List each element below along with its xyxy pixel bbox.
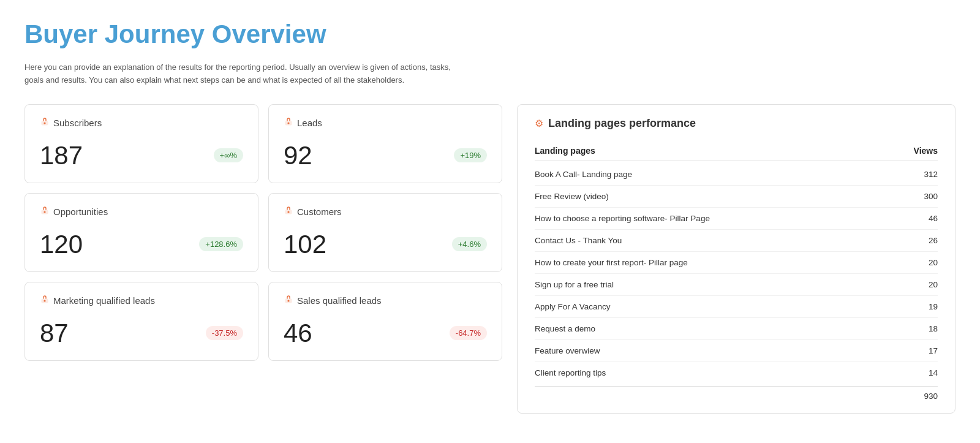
table-row: Apply For A Vacancy 19 [535, 296, 938, 318]
metric-card-leads: Leads 92 +19% [268, 104, 502, 183]
page-views: 312 [924, 170, 938, 179]
metric-body-mql: 87 -37.5% [40, 319, 243, 348]
page-views: 20 [929, 280, 938, 289]
table-row: How to create your first report- Pillar … [535, 252, 938, 274]
hubspot-icon-leads [284, 117, 293, 129]
metric-body-subscribers: 187 +∞% [40, 141, 243, 170]
metric-body-customers: 102 +4.6% [284, 230, 487, 259]
svg-point-2 [43, 211, 45, 213]
landing-pages-header: ⚙ Landing pages performance [535, 117, 938, 130]
page-views: 300 [924, 192, 938, 201]
table-row: Sign up for a free trial 20 [535, 274, 938, 296]
page-name: Apply For A Vacancy [535, 302, 611, 311]
metric-body-sql: 46 -64.7% [284, 319, 487, 348]
metric-badge-customers: +4.6% [452, 237, 487, 251]
metric-header: Customers [284, 206, 487, 218]
page-name: Sign up for a free trial [535, 280, 614, 289]
svg-point-0 [43, 122, 45, 124]
metric-value-sql: 46 [284, 319, 312, 348]
page-views: 17 [929, 346, 938, 355]
metric-card-sql: Sales qualified leads 46 -64.7% [268, 282, 502, 361]
page-views: 18 [929, 324, 938, 333]
table-row: How to choose a reporting software- Pill… [535, 208, 938, 230]
hubspot-icon-customers [284, 206, 293, 218]
metric-title-sql: Sales qualified leads [297, 295, 382, 306]
col-header-views: Views [914, 146, 938, 156]
metric-header: Opportunities [40, 206, 243, 218]
table-header: Landing pages Views [535, 141, 938, 161]
col-header-page: Landing pages [535, 146, 595, 156]
page-views: 14 [929, 368, 938, 377]
svg-point-5 [287, 300, 289, 301]
svg-point-1 [287, 122, 289, 124]
page-views: 46 [929, 214, 938, 223]
landing-rows-container: Book A Call- Landing page 312 Free Revie… [535, 164, 938, 384]
page-title: Buyer Journey Overview [24, 20, 956, 49]
page-views: 26 [929, 236, 938, 245]
hubspot-icon-opportunities [40, 206, 50, 218]
metric-card-opportunities: Opportunities 120 +128.6% [24, 193, 258, 272]
total-row: 930 [535, 386, 938, 401]
hubspot-icon-mql [40, 295, 50, 306]
svg-point-4 [43, 300, 45, 301]
page-name: Free Review (video) [535, 192, 609, 201]
table-row: Free Review (video) 300 [535, 186, 938, 208]
metric-badge-mql: -37.5% [206, 326, 243, 340]
page-description: Here you can provide an explanation of t… [24, 61, 453, 87]
metric-header: Leads [284, 117, 487, 129]
metric-card-customers: Customers 102 +4.6% [268, 193, 502, 272]
metric-title-leads: Leads [297, 118, 322, 128]
metric-badge-subscribers: +∞% [214, 148, 243, 162]
table-row: Book A Call- Landing page 312 [535, 164, 938, 186]
metrics-grid: Subscribers 187 +∞% Leads 92 +19% [24, 104, 502, 361]
page-name: How to choose a reporting software- Pill… [535, 214, 710, 223]
page-views: 20 [929, 258, 938, 267]
svg-point-3 [287, 211, 289, 213]
metric-title-subscribers: Subscribers [53, 118, 102, 128]
metric-value-customers: 102 [284, 230, 326, 259]
metric-badge-opportunities: +128.6% [199, 237, 243, 251]
metric-header: Marketing qualified leads [40, 295, 243, 306]
page-name: How to create your first report- Pillar … [535, 258, 688, 267]
metric-header: Subscribers [40, 117, 243, 129]
metric-badge-leads: +19% [454, 148, 487, 162]
total-views: 930 [924, 392, 938, 401]
metric-card-subscribers: Subscribers 187 +∞% [24, 104, 258, 183]
page-name: Book A Call- Landing page [535, 170, 632, 179]
table-row: Client reporting tips 14 [535, 362, 938, 384]
page-name: Request a demo [535, 324, 595, 333]
table-row: Feature overwiew 17 [535, 340, 938, 362]
metric-title-opportunities: Opportunities [53, 206, 108, 217]
hubspot-icon-sql [284, 295, 293, 306]
metric-value-leads: 92 [284, 141, 312, 170]
metric-badge-sql: -64.7% [450, 326, 487, 340]
hubspot-icon: ⚙ [535, 118, 543, 129]
hubspot-icon-subscribers [40, 117, 50, 129]
left-panel: Subscribers 187 +∞% Leads 92 +19% [24, 104, 502, 361]
metric-value-subscribers: 187 [40, 141, 83, 170]
landing-pages-panel: ⚙ Landing pages performance Landing page… [517, 104, 956, 414]
page-name: Feature overwiew [535, 346, 600, 355]
page-name: Client reporting tips [535, 368, 606, 377]
metric-card-mql: Marketing qualified leads 87 -37.5% [24, 282, 258, 361]
main-layout: Subscribers 187 +∞% Leads 92 +19% [24, 104, 956, 414]
landing-pages-title: Landing pages performance [548, 117, 696, 130]
page-name: Contact Us - Thank You [535, 236, 622, 245]
metric-title-customers: Customers [297, 206, 342, 217]
page-views: 19 [929, 302, 938, 311]
metric-value-mql: 87 [40, 319, 69, 348]
table-row: Request a demo 18 [535, 318, 938, 340]
metric-header: Sales qualified leads [284, 295, 487, 306]
metric-title-mql: Marketing qualified leads [53, 295, 155, 306]
metric-body-opportunities: 120 +128.6% [40, 230, 243, 259]
metric-body-leads: 92 +19% [284, 141, 487, 170]
table-row: Contact Us - Thank You 26 [535, 230, 938, 252]
metric-value-opportunities: 120 [40, 230, 83, 259]
